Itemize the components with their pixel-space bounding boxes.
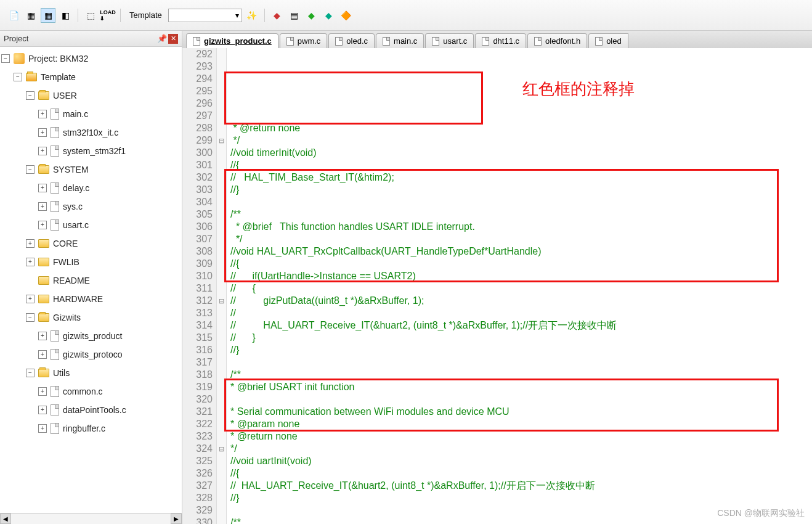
tool-icon-5[interactable]: ⬚ (83, 8, 98, 23)
expand-toggle[interactable]: + (38, 332, 47, 340)
toolbar-dropdown[interactable]: ▾ (168, 9, 242, 22)
code-line[interactable]: // HAL_UART_Receive_IT(&huart2, (uint8_t… (230, 480, 812, 492)
tree-node[interactable]: +stm32f10x_it.c (1, 123, 181, 142)
editor-tab[interactable]: oled.c (328, 33, 375, 48)
tree-node[interactable]: +HARDWARE (1, 290, 181, 308)
editor-tab[interactable]: usart.c (425, 33, 474, 48)
fold-toggle[interactable]: ⊟ (217, 295, 226, 307)
code-line[interactable] (230, 356, 812, 369)
code-line[interactable]: */ (230, 233, 812, 245)
expand-toggle[interactable]: + (26, 295, 35, 303)
code-line[interactable] (230, 196, 812, 208)
tool-icon-3[interactable]: ▦ (41, 8, 55, 23)
code-line[interactable]: //{ (230, 258, 812, 270)
expand-toggle[interactable]: − (26, 369, 35, 377)
code-line[interactable]: // if(UartHandle->Instance == USART2) (230, 270, 812, 282)
tree-node[interactable]: README (1, 271, 181, 290)
expand-toggle[interactable]: − (26, 313, 35, 322)
scroll-right-icon[interactable]: ▶ (171, 514, 182, 524)
code-line[interactable]: //void timerInit(void) (230, 147, 812, 159)
editor-tab[interactable]: dht11.c (475, 33, 526, 48)
fold-toggle[interactable]: ⊟ (217, 134, 226, 147)
horizontal-scrollbar[interactable]: ◀ ▶ (0, 513, 182, 524)
code-line[interactable]: * @return none (230, 430, 812, 443)
expand-toggle[interactable] (26, 276, 35, 285)
fold-gutter[interactable]: ⊟⊟⊟ (217, 48, 227, 524)
tool-icon-1[interactable]: 📄 (6, 8, 21, 23)
editor-tab[interactable]: gizwits_product.c (186, 33, 278, 48)
code-line[interactable]: * @param none (230, 418, 812, 430)
tool-icon-green[interactable]: ◆ (304, 8, 319, 23)
code-line[interactable]: //void HAL_UART_RxCpltCallback(UART_Hand… (230, 245, 812, 258)
tool-icon-red[interactable]: ◆ (270, 8, 285, 23)
code-line[interactable]: //void uartInit(void) (230, 455, 812, 467)
tree-node[interactable]: −Gizwits (1, 308, 181, 327)
expand-toggle[interactable]: − (26, 91, 35, 100)
scroll-left-icon[interactable]: ◀ (0, 514, 11, 524)
editor-tab[interactable]: main.c (376, 33, 424, 48)
expand-toggle[interactable]: − (14, 73, 22, 81)
tool-icon-4[interactable]: ◧ (58, 8, 73, 23)
code-line[interactable]: // (230, 307, 812, 319)
expand-toggle[interactable]: + (38, 147, 47, 155)
tree-node[interactable]: +gizwits_product (1, 327, 181, 345)
code-line[interactable]: * @return none (230, 122, 812, 134)
fold-toggle[interactable]: ⊟ (217, 443, 226, 455)
code-line[interactable]: //} (230, 492, 812, 504)
tree-node[interactable]: +main.c (1, 105, 181, 123)
editor-tab[interactable]: oledfont.h (527, 33, 587, 48)
code-lines[interactable]: 红色框的注释掉 * @return none *///void timerIni… (227, 48, 812, 524)
tool-icon-2[interactable]: ▦ (23, 8, 38, 23)
code-line[interactable]: //} (230, 344, 812, 356)
tree-node[interactable]: +FWLIB (1, 253, 181, 271)
code-line[interactable]: * @brief USART init function (230, 381, 812, 393)
code-line[interactable]: // } (230, 332, 812, 344)
tree-node[interactable]: +delay.c (1, 179, 181, 197)
code-line[interactable]: // HAL_UART_Receive_IT(&huart2, (uint8_t… (230, 319, 812, 332)
pin-icon[interactable]: 📌 (157, 34, 166, 43)
tree-node[interactable]: +gizwits_protoco (1, 345, 181, 364)
code-line[interactable]: // { (230, 282, 812, 295)
tree-node[interactable]: −Utils (1, 364, 181, 382)
code-line[interactable]: /** (230, 208, 812, 221)
code-line[interactable]: * @brief This function handles USART IDL… (230, 221, 812, 233)
editor-tab[interactable]: pwm.c (280, 33, 328, 48)
code-line[interactable]: // gizPutData((uint8_t *)&aRxBuffer, 1); (230, 295, 812, 307)
code-line[interactable]: /** (230, 369, 812, 381)
tree-node[interactable]: +CORE (1, 234, 181, 253)
code-line[interactable]: //} (230, 184, 812, 196)
code-line[interactable]: * Serial communication between WiFi modu… (230, 406, 812, 418)
expand-toggle[interactable]: + (38, 202, 47, 211)
expand-toggle[interactable]: + (38, 406, 47, 414)
tool-icon-stack[interactable]: ▤ (287, 8, 302, 23)
expand-toggle[interactable]: + (38, 110, 47, 118)
expand-toggle[interactable]: + (26, 239, 35, 248)
tree-node[interactable]: +usart.c (1, 216, 181, 234)
tool-icon-multi[interactable]: 🔶 (339, 8, 354, 23)
expand-toggle[interactable]: + (38, 128, 47, 137)
tree-root[interactable]: − Project: BKM32 (1, 49, 181, 68)
code-area[interactable]: 2922932942952962972982993003013023033043… (182, 48, 812, 524)
tree-node[interactable]: +common.c (1, 382, 181, 401)
code-line[interactable] (230, 393, 812, 406)
expand-toggle[interactable]: + (38, 184, 47, 192)
tree-node[interactable]: +ringbuffer.c (1, 419, 181, 438)
expand-toggle[interactable]: + (38, 424, 47, 433)
code-line[interactable]: */ (230, 134, 812, 147)
close-icon[interactable]: ✕ (168, 34, 178, 44)
expand-toggle[interactable]: − (1, 54, 10, 63)
tree-node[interactable]: −USER (1, 86, 181, 105)
tree-node[interactable]: −Template (1, 68, 181, 86)
tool-wand-icon[interactable]: ✨ (245, 8, 259, 23)
code-line[interactable]: */ (230, 443, 812, 455)
expand-toggle[interactable]: + (38, 350, 47, 359)
tool-load-icon[interactable]: LOAD⬇ (100, 8, 115, 23)
tree-node[interactable]: −SYSTEM (1, 160, 181, 179)
code-line[interactable]: //{ (230, 159, 812, 171)
expand-toggle[interactable]: + (38, 387, 47, 396)
tool-icon-teal[interactable]: ◆ (322, 8, 336, 23)
tree-node[interactable]: +system_stm32f1 (1, 142, 181, 160)
editor-tab[interactable]: oled (588, 33, 628, 48)
expand-toggle[interactable]: − (26, 165, 35, 174)
tree-node[interactable]: +sys.c (1, 197, 181, 216)
